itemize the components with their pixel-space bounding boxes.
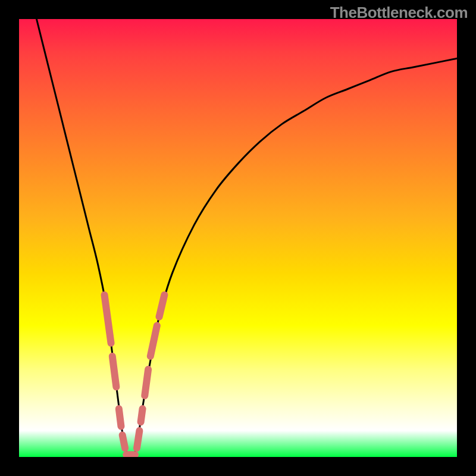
marker-group	[105, 295, 165, 455]
marker-segment	[123, 435, 125, 448]
marker-segment	[159, 295, 165, 317]
marker-segment	[141, 409, 143, 422]
marker-segment	[112, 356, 117, 387]
bottleneck-curve	[36, 19, 457, 457]
chart-canvas	[19, 19, 457, 457]
marker-segment	[151, 325, 157, 356]
chart-svg	[19, 19, 457, 457]
marker-segment	[145, 369, 148, 396]
marker-segment	[119, 409, 121, 426]
watermark-text: TheBottleneck.com	[330, 4, 468, 22]
marker-segment	[105, 295, 111, 343]
marker-segment	[137, 431, 139, 448]
